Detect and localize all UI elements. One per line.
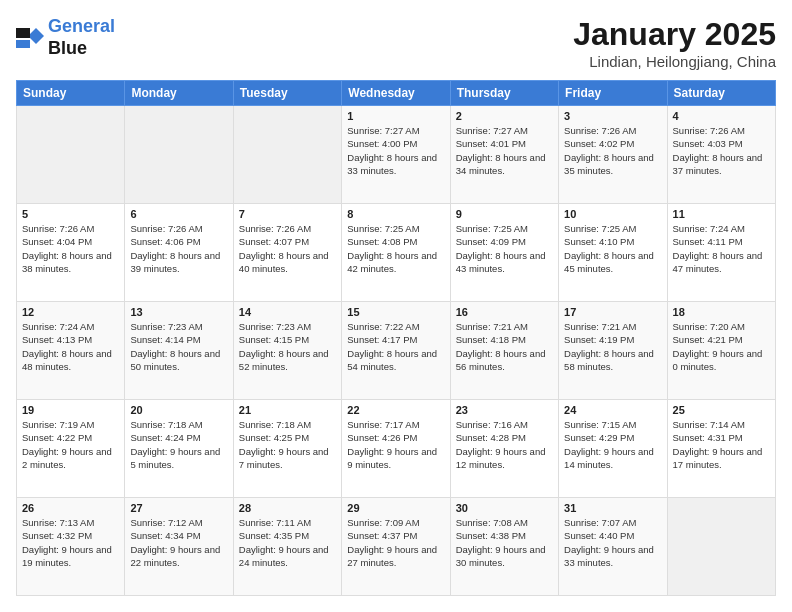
day-info: Sunrise: 7:24 AM Sunset: 4:11 PM Dayligh… xyxy=(673,222,770,275)
day-info: Sunrise: 7:26 AM Sunset: 4:07 PM Dayligh… xyxy=(239,222,336,275)
logo: General Blue xyxy=(16,16,115,59)
day-info: Sunrise: 7:14 AM Sunset: 4:31 PM Dayligh… xyxy=(673,418,770,471)
day-info: Sunrise: 7:12 AM Sunset: 4:34 PM Dayligh… xyxy=(130,516,227,569)
day-info: Sunrise: 7:26 AM Sunset: 4:04 PM Dayligh… xyxy=(22,222,119,275)
day-info: Sunrise: 7:25 AM Sunset: 4:09 PM Dayligh… xyxy=(456,222,553,275)
calendar-cell: 14Sunrise: 7:23 AM Sunset: 4:15 PM Dayli… xyxy=(233,302,341,400)
calendar-cell: 25Sunrise: 7:14 AM Sunset: 4:31 PM Dayli… xyxy=(667,400,775,498)
calendar-week-row: 5Sunrise: 7:26 AM Sunset: 4:04 PM Daylig… xyxy=(17,204,776,302)
day-number: 29 xyxy=(347,502,444,514)
day-info: Sunrise: 7:20 AM Sunset: 4:21 PM Dayligh… xyxy=(673,320,770,373)
calendar-cell: 8Sunrise: 7:25 AM Sunset: 4:08 PM Daylig… xyxy=(342,204,450,302)
calendar-cell xyxy=(667,498,775,596)
title-block: January 2025 Lindian, Heilongjiang, Chin… xyxy=(573,16,776,70)
calendar-cell: 26Sunrise: 7:13 AM Sunset: 4:32 PM Dayli… xyxy=(17,498,125,596)
day-info: Sunrise: 7:21 AM Sunset: 4:19 PM Dayligh… xyxy=(564,320,661,373)
calendar-cell: 7Sunrise: 7:26 AM Sunset: 4:07 PM Daylig… xyxy=(233,204,341,302)
calendar-cell: 13Sunrise: 7:23 AM Sunset: 4:14 PM Dayli… xyxy=(125,302,233,400)
day-number: 3 xyxy=(564,110,661,122)
svg-rect-2 xyxy=(16,28,30,38)
day-number: 11 xyxy=(673,208,770,220)
calendar-cell: 6Sunrise: 7:26 AM Sunset: 4:06 PM Daylig… xyxy=(125,204,233,302)
page: General Blue January 2025 Lindian, Heilo… xyxy=(0,0,792,612)
header: General Blue January 2025 Lindian, Heilo… xyxy=(16,16,776,70)
calendar-cell: 29Sunrise: 7:09 AM Sunset: 4:37 PM Dayli… xyxy=(342,498,450,596)
calendar-week-row: 12Sunrise: 7:24 AM Sunset: 4:13 PM Dayli… xyxy=(17,302,776,400)
day-number: 27 xyxy=(130,502,227,514)
day-info: Sunrise: 7:07 AM Sunset: 4:40 PM Dayligh… xyxy=(564,516,661,569)
day-number: 23 xyxy=(456,404,553,416)
day-info: Sunrise: 7:19 AM Sunset: 4:22 PM Dayligh… xyxy=(22,418,119,471)
calendar-cell xyxy=(17,106,125,204)
day-number: 19 xyxy=(22,404,119,416)
day-info: Sunrise: 7:16 AM Sunset: 4:28 PM Dayligh… xyxy=(456,418,553,471)
day-info: Sunrise: 7:11 AM Sunset: 4:35 PM Dayligh… xyxy=(239,516,336,569)
calendar-cell: 15Sunrise: 7:22 AM Sunset: 4:17 PM Dayli… xyxy=(342,302,450,400)
weekday-header: Monday xyxy=(125,81,233,106)
logo-text: General Blue xyxy=(48,16,115,59)
calendar-cell: 28Sunrise: 7:11 AM Sunset: 4:35 PM Dayli… xyxy=(233,498,341,596)
calendar-cell: 27Sunrise: 7:12 AM Sunset: 4:34 PM Dayli… xyxy=(125,498,233,596)
day-number: 17 xyxy=(564,306,661,318)
day-number: 24 xyxy=(564,404,661,416)
calendar-cell: 30Sunrise: 7:08 AM Sunset: 4:38 PM Dayli… xyxy=(450,498,558,596)
calendar-cell: 20Sunrise: 7:18 AM Sunset: 4:24 PM Dayli… xyxy=(125,400,233,498)
day-info: Sunrise: 7:25 AM Sunset: 4:08 PM Dayligh… xyxy=(347,222,444,275)
calendar-cell: 12Sunrise: 7:24 AM Sunset: 4:13 PM Dayli… xyxy=(17,302,125,400)
calendar-cell: 11Sunrise: 7:24 AM Sunset: 4:11 PM Dayli… xyxy=(667,204,775,302)
day-info: Sunrise: 7:24 AM Sunset: 4:13 PM Dayligh… xyxy=(22,320,119,373)
calendar-cell: 4Sunrise: 7:26 AM Sunset: 4:03 PM Daylig… xyxy=(667,106,775,204)
day-number: 28 xyxy=(239,502,336,514)
calendar-table: SundayMondayTuesdayWednesdayThursdayFrid… xyxy=(16,80,776,596)
location-title: Lindian, Heilongjiang, China xyxy=(573,53,776,70)
day-number: 5 xyxy=(22,208,119,220)
day-number: 1 xyxy=(347,110,444,122)
calendar-cell: 19Sunrise: 7:19 AM Sunset: 4:22 PM Dayli… xyxy=(17,400,125,498)
calendar-week-row: 19Sunrise: 7:19 AM Sunset: 4:22 PM Dayli… xyxy=(17,400,776,498)
day-info: Sunrise: 7:25 AM Sunset: 4:10 PM Dayligh… xyxy=(564,222,661,275)
day-number: 15 xyxy=(347,306,444,318)
calendar-cell: 18Sunrise: 7:20 AM Sunset: 4:21 PM Dayli… xyxy=(667,302,775,400)
calendar-week-row: 26Sunrise: 7:13 AM Sunset: 4:32 PM Dayli… xyxy=(17,498,776,596)
day-number: 31 xyxy=(564,502,661,514)
month-title: January 2025 xyxy=(573,16,776,53)
calendar-cell: 21Sunrise: 7:18 AM Sunset: 4:25 PM Dayli… xyxy=(233,400,341,498)
day-number: 26 xyxy=(22,502,119,514)
weekday-header: Wednesday xyxy=(342,81,450,106)
day-number: 30 xyxy=(456,502,553,514)
weekday-header: Thursday xyxy=(450,81,558,106)
day-number: 10 xyxy=(564,208,661,220)
calendar-cell: 1Sunrise: 7:27 AM Sunset: 4:00 PM Daylig… xyxy=(342,106,450,204)
day-number: 7 xyxy=(239,208,336,220)
day-number: 25 xyxy=(673,404,770,416)
day-info: Sunrise: 7:08 AM Sunset: 4:38 PM Dayligh… xyxy=(456,516,553,569)
day-number: 13 xyxy=(130,306,227,318)
calendar-cell: 2Sunrise: 7:27 AM Sunset: 4:01 PM Daylig… xyxy=(450,106,558,204)
day-number: 18 xyxy=(673,306,770,318)
day-number: 4 xyxy=(673,110,770,122)
day-info: Sunrise: 7:18 AM Sunset: 4:24 PM Dayligh… xyxy=(130,418,227,471)
calendar-cell xyxy=(125,106,233,204)
day-info: Sunrise: 7:22 AM Sunset: 4:17 PM Dayligh… xyxy=(347,320,444,373)
day-info: Sunrise: 7:17 AM Sunset: 4:26 PM Dayligh… xyxy=(347,418,444,471)
weekday-header: Tuesday xyxy=(233,81,341,106)
day-info: Sunrise: 7:23 AM Sunset: 4:14 PM Dayligh… xyxy=(130,320,227,373)
day-number: 9 xyxy=(456,208,553,220)
day-number: 20 xyxy=(130,404,227,416)
calendar-cell: 16Sunrise: 7:21 AM Sunset: 4:18 PM Dayli… xyxy=(450,302,558,400)
day-number: 14 xyxy=(239,306,336,318)
weekday-header: Sunday xyxy=(17,81,125,106)
logo-icon xyxy=(16,24,44,52)
day-info: Sunrise: 7:13 AM Sunset: 4:32 PM Dayligh… xyxy=(22,516,119,569)
calendar-cell: 22Sunrise: 7:17 AM Sunset: 4:26 PM Dayli… xyxy=(342,400,450,498)
calendar-cell: 3Sunrise: 7:26 AM Sunset: 4:02 PM Daylig… xyxy=(559,106,667,204)
calendar-cell: 17Sunrise: 7:21 AM Sunset: 4:19 PM Dayli… xyxy=(559,302,667,400)
calendar-header-row: SundayMondayTuesdayWednesdayThursdayFrid… xyxy=(17,81,776,106)
day-info: Sunrise: 7:15 AM Sunset: 4:29 PM Dayligh… xyxy=(564,418,661,471)
weekday-header: Saturday xyxy=(667,81,775,106)
day-info: Sunrise: 7:26 AM Sunset: 4:06 PM Dayligh… xyxy=(130,222,227,275)
day-info: Sunrise: 7:26 AM Sunset: 4:03 PM Dayligh… xyxy=(673,124,770,177)
day-number: 6 xyxy=(130,208,227,220)
weekday-header: Friday xyxy=(559,81,667,106)
calendar-cell xyxy=(233,106,341,204)
